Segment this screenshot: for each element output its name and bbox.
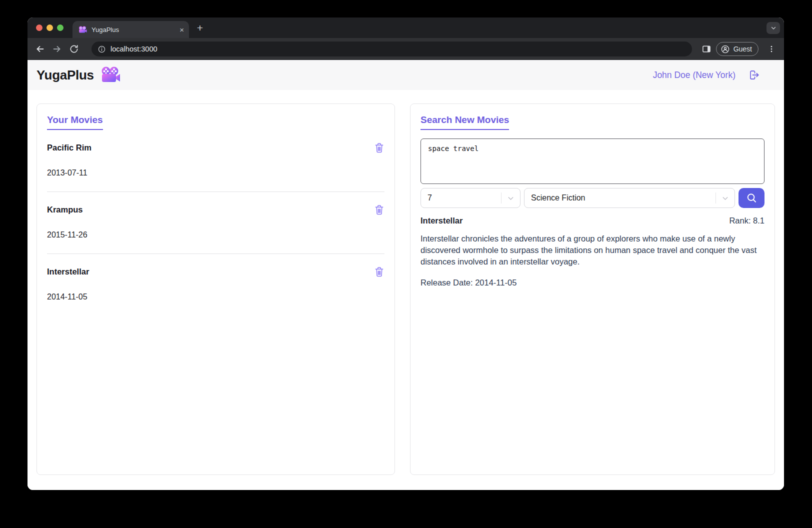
divider [47,254,384,254]
movie-list-item: Krampus 2015-11-26 [47,204,384,240]
genre-select-value: Science Fiction [531,194,586,202]
browser-menu-button[interactable] [763,40,780,58]
your-movies-heading: Your Movies [47,114,103,130]
rank-select[interactable]: 7 [420,188,520,208]
movie-list-item: Interstellar 2014-11-05 [47,266,384,302]
search-query-input[interactable]: space travel [420,138,764,184]
chevron-down-icon [770,24,777,32]
search-movies-panel: Search New Movies space travel 7 Science… [410,104,775,475]
search-controls: 7 Science Fiction [420,188,764,208]
url-text: localhost:3000 [110,45,158,53]
profile-label: Guest [734,45,752,53]
delete-movie-button[interactable] [374,266,384,278]
result-release-date: Release Date: 2014-11-05 [420,278,764,288]
close-window-button[interactable] [36,24,42,31]
divider [47,192,384,192]
app-title: YugaPlus [36,68,94,83]
guest-avatar-icon [720,44,730,54]
browser-toolbar: localhost:3000 Guest [28,38,784,60]
arrow-left-icon [34,44,46,54]
main-content: Your Movies Pacific Rim 2013-07-11 [28,90,784,490]
address-bar[interactable]: localhost:3000 [92,42,692,56]
trash-icon [374,204,384,216]
side-panel-icon [702,44,712,54]
movie-title: Krampus [47,205,83,214]
movie-date: 2015-11-26 [47,230,384,240]
browser-tab[interactable]: YugaPlus × [72,21,189,38]
window-controls [36,24,64,31]
forward-button[interactable] [48,40,66,58]
kebab-menu-icon [767,44,776,54]
tab-close-icon[interactable]: × [180,26,184,34]
reload-button[interactable] [66,40,82,58]
search-movies-heading: Search New Movies [420,114,509,130]
app-header: YugaPlus John Doe (New York) [28,60,784,90]
tab-title: YugaPlus [92,26,175,34]
movie-list-item: Pacific Rim 2013-07-11 [47,142,384,178]
rank-select-value: 7 [428,194,432,202]
result-rank: Rank: 8.1 [729,216,764,226]
chevron-down-icon [502,194,520,202]
trash-icon [374,142,384,154]
tab-strip: YugaPlus × + [28,18,784,38]
movie-date: 2014-11-05 [47,292,384,302]
reload-icon [69,44,79,54]
minimize-window-button[interactable] [46,24,53,31]
tab-search-chevron-button[interactable] [766,22,780,34]
your-movies-panel: Your Movies Pacific Rim 2013-07-11 [36,104,395,475]
profile-button[interactable]: Guest [716,42,758,56]
logout-icon[interactable] [748,69,760,81]
movie-title: Pacific Rim [47,143,92,152]
tab-favicon-movie-camera-icon [78,26,87,34]
delete-movie-button[interactable] [374,204,384,216]
movie-camera-logo-icon [100,66,120,84]
search-icon [746,192,758,204]
search-button[interactable] [738,188,764,208]
genre-select[interactable]: Science Fiction [524,188,735,208]
delete-movie-button[interactable] [374,142,384,154]
movie-date: 2013-07-11 [47,168,384,178]
page-content: YugaPlus John Doe (New York) [28,60,784,490]
back-button[interactable] [32,40,48,58]
search-result: Interstellar Rank: 8.1 [420,216,764,226]
user-profile-link[interactable]: John Doe (New York) [653,70,736,80]
new-tab-button[interactable]: + [193,21,207,35]
movie-title: Interstellar [47,267,89,276]
browser-window: YugaPlus × + localhost:3000 [28,18,784,490]
site-info-icon[interactable] [98,45,106,54]
result-title: Interstellar [420,216,462,226]
side-panel-button[interactable] [698,40,715,58]
maximize-window-button[interactable] [57,24,64,31]
arrow-right-icon [52,44,62,54]
chevron-down-icon [716,194,734,202]
trash-icon [374,266,384,278]
result-description: Interstellar chronicles the adventures o… [420,233,764,268]
